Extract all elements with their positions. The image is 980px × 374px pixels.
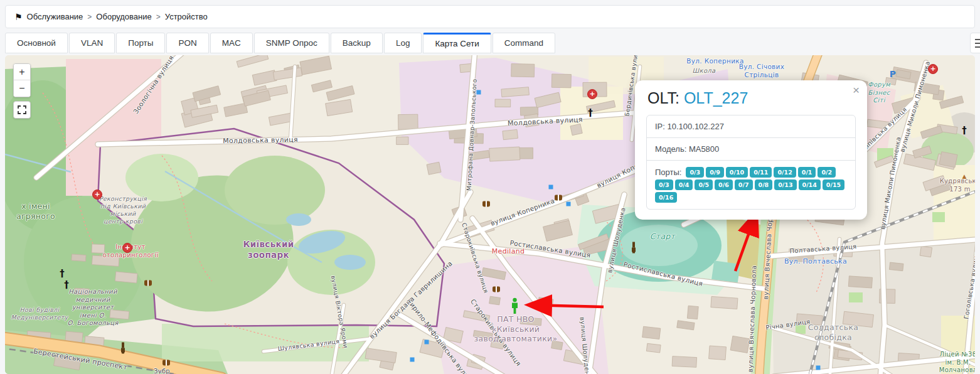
tab-основной[interactable]: Основной bbox=[5, 33, 68, 53]
popup-title: OLT: OLT_227 bbox=[647, 89, 856, 107]
tab-command[interactable]: Command bbox=[493, 33, 555, 53]
device-model-row: Модель: MA5800 bbox=[647, 137, 855, 160]
tab-snmp-опрос[interactable]: SNMP Опрос bbox=[254, 33, 329, 53]
port-badge[interactable]: 0/14 bbox=[799, 179, 821, 190]
device-ip-row: IP: 10.100.102.227 bbox=[647, 115, 855, 137]
tab-log[interactable]: Log bbox=[384, 33, 422, 53]
annotation-arrow bbox=[530, 305, 604, 307]
port-badge[interactable]: 0/1 bbox=[798, 167, 816, 178]
port-badge[interactable]: 0/9 bbox=[706, 167, 724, 178]
device-model: Модель: MA5800 bbox=[655, 144, 719, 154]
breadcrumb-item[interactable]: Оборудование bbox=[96, 12, 151, 21]
zoom-control: + − bbox=[13, 63, 31, 97]
port-badge[interactable]: 0/2 bbox=[818, 167, 836, 178]
network-map[interactable]: Молдовська вулицяМолдовська вулицяЗоолог… bbox=[5, 55, 975, 374]
fullscreen-button[interactable] bbox=[13, 101, 31, 119]
tab-mac[interactable]: MAC bbox=[210, 33, 253, 53]
tab-порты[interactable]: Порты bbox=[116, 33, 165, 53]
onu-person-marker[interactable] bbox=[510, 297, 519, 317]
port-badge[interactable]: 0/6 bbox=[715, 179, 733, 190]
device-ip: IP: 10.100.102.227 bbox=[655, 122, 724, 131]
tab-pon[interactable]: PON bbox=[166, 33, 208, 53]
port-badge[interactable]: 0/16 bbox=[655, 192, 677, 203]
port-badge[interactable]: 0/4 bbox=[675, 179, 693, 190]
port-badge[interactable]: 0/12 bbox=[774, 167, 796, 178]
port-badge[interactable]: 0/3 bbox=[686, 167, 704, 178]
zoom-out-button[interactable]: − bbox=[14, 80, 30, 97]
menu-icon bbox=[975, 39, 980, 40]
port-badge[interactable]: 0/5 bbox=[695, 179, 713, 190]
port-badge[interactable]: 0/15 bbox=[823, 179, 844, 190]
device-info-list: IP: 10.100.102.227 Модель: MA5800 Порты:… bbox=[646, 115, 856, 210]
tab-vlan[interactable]: VLAN bbox=[69, 33, 115, 53]
menu-button[interactable] bbox=[970, 33, 980, 53]
tab-карта-сети[interactable]: Карта Сети bbox=[423, 33, 491, 53]
breadcrumb-items: Обслуживание>Оборудование>Устройство bbox=[27, 12, 208, 21]
port-badge[interactable]: 0/11 bbox=[750, 167, 772, 178]
port-badge[interactable]: 0/8 bbox=[755, 179, 773, 190]
breadcrumb-separator: > bbox=[156, 13, 161, 21]
close-icon[interactable]: × bbox=[853, 84, 860, 96]
breadcrumb-item[interactable]: Устройство bbox=[165, 12, 208, 21]
breadcrumb-item[interactable]: Обслуживание bbox=[27, 12, 83, 21]
ports-label: Порты: bbox=[655, 168, 681, 177]
breadcrumb: ⚑ Обслуживание>Оборудование>Устройство bbox=[5, 5, 975, 28]
fullscreen-icon bbox=[18, 105, 26, 114]
person-icon bbox=[510, 297, 519, 314]
port-badge[interactable]: 0/7 bbox=[735, 179, 753, 190]
port-badge[interactable]: 0/13 bbox=[774, 179, 796, 190]
device-ports-row: Порты: 0/30/90/100/110/120/10/20/30/40/5… bbox=[647, 160, 855, 209]
tab-backup[interactable]: Backup bbox=[331, 33, 383, 53]
port-badge[interactable]: 0/10 bbox=[726, 167, 748, 178]
popup-title-prefix: OLT: bbox=[647, 89, 679, 107]
breadcrumb-separator: > bbox=[87, 13, 92, 21]
zoom-in-button[interactable]: + bbox=[14, 64, 30, 80]
flag-icon: ⚑ bbox=[14, 12, 23, 22]
device-name-link[interactable]: OLT_227 bbox=[684, 89, 748, 107]
tab-bar: ОсновнойVLANПортыPONMACSNMP ОпросBackupL… bbox=[5, 33, 955, 53]
port-badge[interactable]: 0/3 bbox=[655, 179, 673, 190]
olt-popup: × OLT: OLT_227 IP: 10.100.102.227 Модель… bbox=[635, 80, 867, 220]
